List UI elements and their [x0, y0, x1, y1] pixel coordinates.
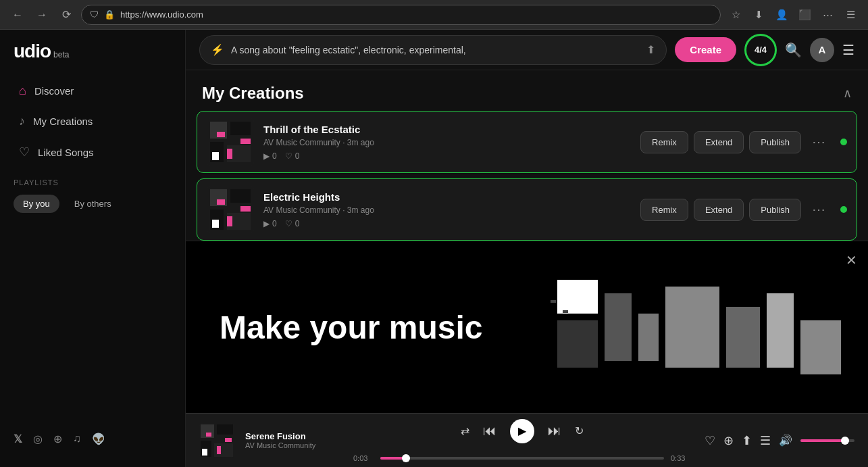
player-title: Serene Fusion	[245, 431, 340, 441]
menu-icon[interactable]: ☰	[842, 42, 854, 58]
repeat-button[interactable]: ↻	[575, 424, 584, 437]
search-input-text: A song about "feeling ecstatic", electro…	[231, 45, 640, 55]
more-button-electric[interactable]: ⋯	[807, 199, 831, 220]
svg-rect-33	[206, 433, 211, 437]
volume-button[interactable]: 🔊	[779, 434, 792, 447]
remix-button-thrill[interactable]: Remix	[640, 131, 688, 153]
address-bar[interactable]: 🛡 🔒 https://www.udio.com	[81, 5, 721, 25]
community-thrill: AV Music Community	[263, 138, 340, 147]
svg-rect-11	[230, 189, 251, 203]
current-time: 0:03	[353, 454, 374, 462]
creation-title-electric: Electric Heights	[263, 191, 631, 203]
prev-button[interactable]: ⏮	[483, 423, 496, 439]
like-stat-electric: ♡ 0	[285, 219, 300, 228]
status-dot-electric	[840, 206, 847, 213]
svg-rect-2	[230, 122, 251, 135]
reddit-icon[interactable]: 👽	[92, 433, 105, 445]
social-icons: 𝕏 ◎ ⊕ ♫ 👽	[0, 422, 185, 456]
svg-rect-19	[557, 320, 598, 368]
shuffle-button[interactable]: ⇄	[461, 424, 469, 437]
sidebar: udio beta ⌂ Discover ♪ My Creations ♡ Li…	[0, 30, 186, 467]
instagram-icon[interactable]: ◎	[33, 433, 43, 445]
player-bar: Serene Fusion AV Music Community ⇄ ⏮ ▶ ⏭…	[186, 413, 868, 467]
svg-rect-18	[557, 280, 598, 314]
separator-electric: ·	[342, 205, 347, 215]
back-button[interactable]: ←	[8, 5, 27, 24]
profile-button[interactable]: 👤	[772, 5, 791, 24]
svg-rect-14	[217, 199, 225, 205]
queue-button[interactable]: ☰	[760, 433, 771, 448]
thumbnail-thrill	[207, 118, 254, 166]
svg-rect-24	[767, 293, 794, 368]
avatar[interactable]: A	[810, 38, 834, 62]
extend-button-electric[interactable]: Extend	[694, 199, 744, 221]
player-right-controls: ♡ ⊕ ⬆ ☰ 🔊	[705, 433, 854, 448]
bookmark-button[interactable]: ☆	[726, 5, 745, 24]
sidebar-item-my-creations[interactable]: ♪ My Creations	[5, 107, 180, 135]
publish-button-electric[interactable]: Publish	[749, 199, 801, 221]
more-browser-button[interactable]: ⋯	[818, 5, 837, 24]
creation-actions-electric: Remix Extend Publish ⋯	[640, 199, 831, 221]
player-info: Serene Fusion AV Music Community	[245, 431, 340, 449]
svg-rect-36	[202, 449, 207, 456]
heart-icon-thrill: ♡	[285, 151, 292, 161]
credits-circle[interactable]: 4/4	[744, 34, 777, 66]
volume-fill	[800, 439, 846, 442]
logo-area: udio beta	[0, 41, 185, 76]
sidebar-item-liked-songs[interactable]: ♡ Liked Songs	[5, 138, 180, 166]
extensions-button[interactable]: ⬛	[795, 5, 814, 24]
promo-art	[463, 241, 868, 413]
logo-beta: beta	[53, 50, 69, 59]
sidebar-item-discover-label: Discover	[34, 85, 74, 97]
tiktok-icon[interactable]: ♫	[73, 433, 81, 445]
search-bar[interactable]: ⚡ A song about "feeling ecstatic", elect…	[199, 35, 667, 65]
forward-button[interactable]: →	[32, 5, 51, 24]
extend-button-thrill[interactable]: Extend	[694, 131, 744, 153]
sidebar-item-discover[interactable]: ⌂ Discover	[5, 77, 180, 105]
separator-thrill: ·	[342, 138, 347, 147]
svg-rect-22	[665, 287, 719, 368]
creation-info-electric: Electric Heights AV Music Community · 3m…	[263, 191, 631, 228]
collapse-button[interactable]: ∧	[843, 86, 852, 101]
twitter-icon[interactable]: 𝕏	[14, 433, 22, 445]
next-button[interactable]: ⏭	[548, 423, 561, 439]
progress-bar[interactable]	[380, 457, 664, 460]
publish-button-thrill[interactable]: Publish	[749, 131, 801, 153]
browser-menu-button[interactable]: ☰	[841, 5, 860, 24]
tab-by-others[interactable]: By others	[65, 195, 121, 213]
discord-icon[interactable]: ⊕	[53, 433, 62, 445]
svg-rect-6	[227, 149, 232, 159]
svg-rect-26	[551, 300, 556, 303]
search-icon[interactable]: 🔍	[785, 42, 802, 58]
playlist-tabs: By you By others	[0, 192, 185, 216]
svg-rect-21	[638, 314, 659, 361]
thumbnail-electric	[207, 186, 254, 233]
sidebar-item-liked-songs-label: Liked Songs	[38, 147, 94, 158]
volume-bar[interactable]	[800, 439, 854, 442]
progress-fill	[380, 457, 406, 460]
more-button-thrill[interactable]: ⋯	[807, 131, 831, 153]
like-button[interactable]: ♡	[705, 433, 715, 448]
creation-meta-thrill: AV Music Community · 3m ago	[263, 138, 631, 147]
lightning-icon: ⚡	[211, 43, 224, 56]
main-area: ⚡ A song about "feeling ecstatic", elect…	[186, 30, 868, 467]
shield-icon: 🛡	[90, 9, 99, 20]
svg-rect-34	[217, 446, 221, 454]
play-pause-button[interactable]: ▶	[510, 419, 534, 443]
creation-meta-electric: AV Music Community · 3m ago	[263, 205, 631, 215]
create-button[interactable]: Create	[675, 37, 736, 62]
reload-button[interactable]: ⟳	[57, 5, 76, 24]
heart-icon-electric: ♡	[285, 219, 292, 228]
remix-button-electric[interactable]: Remix	[640, 199, 688, 221]
save-button[interactable]: ⬇	[749, 5, 768, 24]
player-thumbnail	[199, 423, 234, 458]
progress-thumb	[402, 454, 410, 462]
share-icon[interactable]: ⬆	[646, 43, 655, 56]
creation-card-thrill: Thrill of the Ecstatic AV Music Communit…	[197, 111, 857, 173]
promo-close-button[interactable]: ✕	[846, 252, 857, 268]
share-button[interactable]: ⬆	[742, 433, 752, 448]
tab-by-you[interactable]: By you	[14, 195, 59, 213]
logo-text: udio	[14, 41, 51, 62]
app-layout: udio beta ⌂ Discover ♪ My Creations ♡ Li…	[0, 30, 868, 467]
add-button[interactable]: ⊕	[723, 433, 734, 448]
